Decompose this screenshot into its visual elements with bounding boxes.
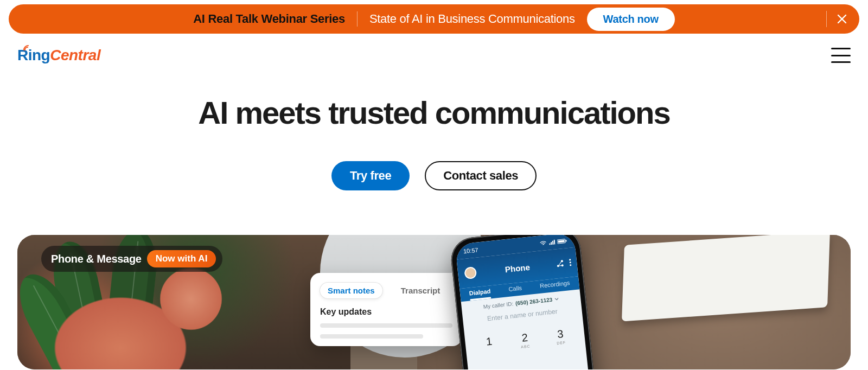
hamburger-icon bbox=[831, 48, 851, 49]
more-icon[interactable] bbox=[569, 259, 572, 266]
hero-media: Phone & Message Now with AI Smart notes … bbox=[17, 235, 851, 369]
key-2[interactable]: 2ABC bbox=[509, 326, 540, 354]
site-header: Ring Central bbox=[0, 34, 868, 64]
promo-banner: AI Real Talk Webinar Series State of AI … bbox=[9, 4, 859, 34]
status-time: 10:57 bbox=[463, 246, 478, 254]
hero-section: AI meets trusted communications Try free… bbox=[0, 64, 868, 190]
divider bbox=[826, 11, 827, 27]
phone-frame: 10:57 Phone Dialpad bbox=[449, 235, 606, 369]
close-banner-button[interactable] bbox=[834, 11, 850, 27]
signal-icon bbox=[548, 239, 556, 245]
try-free-button[interactable]: Try free bbox=[331, 161, 410, 190]
tab-calls[interactable]: Calls bbox=[508, 284, 522, 292]
logo-part-central: Central bbox=[50, 47, 100, 64]
placeholder-line bbox=[320, 334, 423, 339]
tab-smart-notes[interactable]: Smart notes bbox=[320, 283, 382, 298]
chip-label: Phone & Message bbox=[51, 253, 142, 265]
divider bbox=[357, 11, 358, 27]
key-1[interactable]: 1 bbox=[474, 330, 505, 358]
svg-rect-2 bbox=[552, 240, 554, 244]
caller-id-value: (650) 263-1123 bbox=[515, 297, 553, 307]
phone-screen: 10:57 Phone Dialpad bbox=[455, 235, 600, 369]
svg-rect-3 bbox=[554, 239, 556, 244]
placeholder-line bbox=[320, 323, 452, 328]
hero-headline: AI meets trusted communications bbox=[0, 94, 868, 131]
hero-actions: Try free Contact sales bbox=[0, 161, 868, 190]
tab-dialpad[interactable]: Dialpad bbox=[469, 288, 491, 296]
smart-notes-card: Smart notes Transcript Key updates bbox=[310, 273, 462, 346]
svg-rect-0 bbox=[549, 243, 550, 245]
svg-rect-6 bbox=[565, 240, 566, 241]
logo-wave-icon bbox=[23, 45, 31, 50]
logo[interactable]: Ring Central bbox=[17, 47, 100, 64]
key-3[interactable]: 3DEF bbox=[545, 322, 576, 350]
feature-chip: Phone & Message Now with AI bbox=[41, 246, 222, 272]
svg-point-10 bbox=[569, 259, 571, 261]
decor-napkin bbox=[622, 235, 830, 322]
chip-badge: Now with AI bbox=[147, 250, 216, 267]
share-icon[interactable] bbox=[556, 259, 564, 267]
svg-rect-5 bbox=[558, 240, 564, 243]
svg-rect-1 bbox=[551, 242, 552, 245]
tab-recordings[interactable]: Recordings bbox=[539, 279, 570, 289]
avatar[interactable] bbox=[464, 266, 477, 279]
contact-sales-button[interactable]: Contact sales bbox=[425, 161, 537, 190]
banner-subtitle: State of AI in Business Communications bbox=[369, 12, 575, 26]
watch-now-button[interactable]: Watch now bbox=[587, 8, 675, 31]
banner-content: AI Real Talk Webinar Series State of AI … bbox=[193, 8, 674, 31]
logo-part-ring: Ring bbox=[17, 47, 50, 64]
close-icon bbox=[836, 13, 848, 25]
card-tabs: Smart notes Transcript bbox=[320, 283, 452, 298]
status-icons bbox=[540, 238, 567, 246]
caller-id-label: My caller ID: bbox=[483, 301, 513, 310]
wifi-icon bbox=[540, 240, 547, 246]
chevron-down-icon bbox=[554, 297, 559, 301]
app-title: Phone bbox=[505, 262, 530, 274]
card-heading: Key updates bbox=[320, 307, 452, 317]
tab-transcript[interactable]: Transcript bbox=[393, 283, 448, 298]
banner-title: AI Real Talk Webinar Series bbox=[193, 12, 345, 26]
svg-point-12 bbox=[570, 264, 572, 266]
battery-icon bbox=[557, 238, 567, 244]
menu-button[interactable] bbox=[831, 48, 851, 63]
phone-mockup: 10:57 Phone Dialpad bbox=[449, 235, 617, 369]
svg-point-11 bbox=[569, 261, 571, 264]
